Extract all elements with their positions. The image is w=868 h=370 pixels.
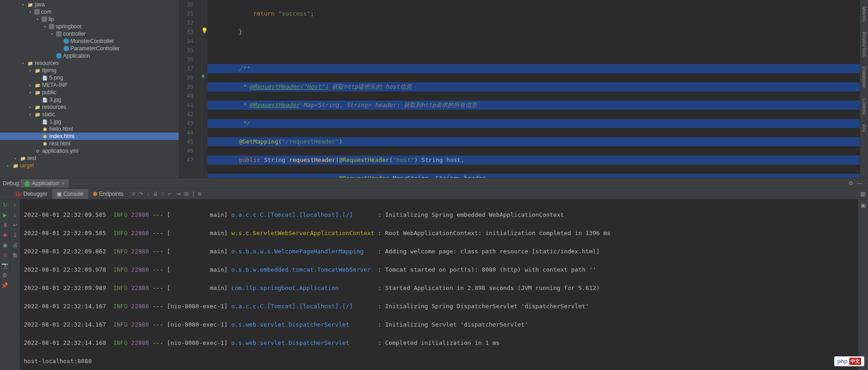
resume-icon[interactable]: ▶: [1, 211, 9, 219]
tree-item-hellohtml[interactable]: ⬢hello.html: [0, 125, 179, 133]
tree-item-llp[interactable]: ▾llp: [0, 16, 179, 23]
close-icon[interactable]: ×: [60, 180, 65, 187]
log-thread: --- [ main]: [149, 211, 231, 218]
step-into-icon[interactable]: ↓: [147, 191, 149, 197]
tree-label: test: [27, 155, 36, 161]
console-toolbar: ↑ ↓ ↩ ⤓ 🖨 🗑: [10, 199, 20, 370]
chevron-down-icon: ▾: [27, 112, 33, 117]
tree-item-monster-controller[interactable]: MonsterController: [0, 38, 179, 45]
endpoints-tab[interactable]: ⬢Endpoints: [88, 189, 128, 199]
pause-icon[interactable]: ⏸: [1, 221, 9, 229]
run-to-cursor-icon[interactable]: ⇥: [176, 191, 181, 197]
folder-icon: [12, 162, 19, 169]
punct: (: [335, 156, 339, 163]
tree-item-controller[interactable]: ▾controller: [0, 30, 179, 38]
tree-item-indexhtml[interactable]: ⬢index.html: [0, 133, 179, 140]
tree-label: ParameterController: [70, 45, 120, 52]
stop-icon[interactable]: ■: [1, 231, 9, 239]
codota-tool-window[interactable]: Codota: [862, 96, 867, 117]
tree-item-3jpg[interactable]: 3.jpg: [0, 96, 179, 103]
evaluate-expression-icon[interactable]: ⊞: [184, 191, 189, 197]
chevron-right-icon: ▸: [27, 104, 33, 110]
tree-item-resources2[interactable]: ▸resources: [0, 103, 179, 111]
soft-wrap-icon[interactable]: ↩: [11, 221, 19, 229]
ant-tool-window[interactable]: Ant: [862, 122, 867, 135]
debug-right-tool[interactable]: ▣: [858, 199, 868, 370]
project-tree[interactable]: ▾java ▾com ▾llp ▾springboot ▾controller …: [0, 0, 179, 178]
run-gutter-icon[interactable]: ◉: [201, 73, 205, 78]
drop-frame-icon[interactable]: ⤺: [168, 191, 172, 197]
tree-item-metainf[interactable]: ▸META-INF: [0, 81, 179, 89]
tree-item-resthtml[interactable]: ⬢rest.html: [0, 140, 179, 147]
log-level: INFO: [113, 321, 128, 328]
tree-item-llpimg[interactable]: ▾llpimg: [0, 67, 179, 74]
pin-icon[interactable]: 📌: [1, 282, 9, 289]
step-over-icon[interactable]: ↷: [138, 191, 143, 197]
tree-item-com[interactable]: ▾com: [0, 8, 179, 16]
package-icon: [42, 16, 47, 22]
log-level: INFO: [113, 339, 128, 346]
mute-breakpoints-icon[interactable]: ⊘: [1, 252, 9, 259]
trace-current-stream-icon[interactable]: ≋: [197, 191, 202, 197]
line-number: 32: [179, 18, 202, 27]
layout-icon[interactable]: ▦: [860, 191, 865, 197]
folder-icon: [34, 89, 41, 96]
code-text: ) String host,: [414, 156, 464, 163]
tree-item-appyml[interactable]: ⚙application.yml: [0, 147, 179, 155]
log-thread: --- [ main]: [149, 230, 231, 236]
log-logger: w.s.c.ServletWebServerApplicationContext: [231, 230, 374, 236]
tab-label: Debugger: [23, 191, 48, 197]
tree-item-springboot[interactable]: ▾springboot: [0, 23, 179, 30]
debugger-tab[interactable]: 🐞Debugger: [10, 189, 52, 199]
log-thread: --- [ main]: [149, 266, 231, 273]
gear-icon[interactable]: ⚙: [848, 180, 853, 187]
line-number: 36: [179, 55, 202, 64]
clear-icon[interactable]: 🗑: [11, 252, 19, 259]
tree-item-target[interactable]: ▸target: [0, 162, 179, 169]
rerun-icon[interactable]: ↻: [1, 201, 9, 209]
force-step-into-icon[interactable]: ⇊: [153, 191, 158, 197]
tree-item-static[interactable]: ▾static: [0, 111, 179, 118]
console-tab[interactable]: ▣Console: [52, 189, 88, 199]
database-tool-window[interactable]: Database: [862, 64, 867, 91]
package-icon: [56, 31, 62, 37]
tree-item-public[interactable]: ▾public: [0, 89, 179, 96]
settings-icon[interactable]: ⚙: [1, 272, 9, 279]
separator-icon: |: [192, 191, 194, 197]
restfultool-tool-window[interactable]: RestfulTool: [862, 29, 867, 59]
tree-item-parameter-controller[interactable]: ParameterController: [0, 45, 179, 52]
chevron-down-icon: ▾: [20, 2, 26, 7]
get-thread-dump-icon[interactable]: 📷: [1, 262, 9, 269]
html-file-icon: ⬢: [42, 126, 48, 132]
comment: Map<String, String> header: 获取到http请求的所有…: [300, 102, 477, 108]
scroll-to-end-icon[interactable]: ⤓: [11, 231, 19, 239]
class-icon: [56, 53, 62, 59]
log-logger: o.s.web.servlet.DispatcherServlet: [231, 321, 349, 328]
up-icon[interactable]: ↑: [11, 201, 19, 209]
line-number: 47: [179, 156, 202, 165]
log-logger: o.s.web.servlet.DispatcherServlet: [231, 339, 349, 346]
console-output[interactable]: 2022-08-01 22:32:09.585 INFO 22880 --- […: [20, 199, 858, 370]
log-pid: 22880: [131, 248, 149, 255]
tree-item-java[interactable]: ▾java: [0, 1, 179, 8]
chevron-down-icon: ▾: [35, 16, 40, 22]
code-area[interactable]: return "success"; } /** * @RequestHeader…: [208, 0, 860, 178]
tree-item-1jpg[interactable]: 1.jpg: [0, 118, 179, 125]
log-timestamp: 2022-08-01 22:32:14.167: [24, 303, 106, 310]
tree-item-application[interactable]: Application: [0, 52, 179, 59]
step-out-icon[interactable]: ↑: [161, 191, 164, 197]
down-icon[interactable]: ↓: [11, 211, 19, 219]
maven-tool-window[interactable]: Maven: [862, 4, 867, 24]
lightbulb-icon[interactable]: 💡: [201, 27, 208, 34]
debug-session-tab[interactable]: ⬤ Application ×: [21, 179, 69, 188]
tree-item-resources[interactable]: ▾resources: [0, 59, 179, 67]
minimize-icon[interactable]: —: [857, 180, 863, 187]
tree-item-test[interactable]: ▸test: [0, 155, 179, 162]
threads-icon[interactable]: ≡: [132, 191, 135, 197]
tree-item-5png[interactable]: 5.png: [0, 74, 179, 81]
tree-label: 5.png: [49, 75, 63, 81]
code-editor[interactable]: 30 31 32 33 34 35 36 37 38 39 40 41 42 4…: [179, 0, 860, 178]
print-icon[interactable]: 🖨: [11, 241, 19, 249]
tab-label: Console: [64, 191, 84, 197]
view-breakpoints-icon[interactable]: ◉: [1, 241, 9, 249]
